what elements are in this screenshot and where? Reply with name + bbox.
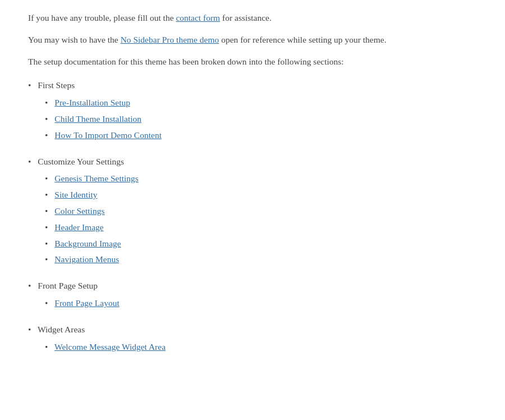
navigation-menus-link[interactable]: Navigation Menus [54,254,119,264]
list-item: Navigation Menus [45,253,483,267]
header-image-link[interactable]: Header Image [54,222,103,232]
demo-text-before: You may wish to have the [28,35,121,44]
color-settings-link[interactable]: Color Settings [54,206,104,216]
content-area: If you have any trouble, please fill out… [28,11,483,354]
demo-paragraph: You may wish to have the No Sidebar Pro … [28,33,483,47]
section-customize-settings-title: Customize Your Settings [38,157,124,166]
list-item: Site Identity [45,188,483,202]
first-steps-items: Pre-Installation Setup Child Theme Insta… [28,96,483,142]
widget-areas-items: Welcome Message Widget Area [28,340,483,354]
customize-settings-items: Genesis Theme Settings Site Identity Col… [28,172,483,267]
list-item: Genesis Theme Settings [45,172,483,186]
demo-text-after: open for reference while setting up your… [221,35,386,44]
welcome-message-widget-area-link[interactable]: Welcome Message Widget Area [54,342,166,351]
intro-text-after: for assistance. [222,13,272,22]
front-page-layout-link[interactable]: Front Page Layout [54,298,119,308]
section-front-page-setup: Front Page Setup Front Page Layout [28,279,483,311]
pre-installation-setup-link[interactable]: Pre-Installation Setup [54,98,130,107]
list-item: Header Image [45,221,483,235]
list-item: How To Import Demo Content [45,129,483,143]
list-item: Color Settings [45,204,483,218]
intro-text-before: If you have any trouble, please fill out… [28,13,176,22]
section-customize-settings: Customize Your Settings Genesis Theme Se… [28,155,483,267]
list-item: Welcome Message Widget Area [45,340,483,354]
intro-paragraph: If you have any trouble, please fill out… [28,11,483,25]
how-to-import-demo-content-link[interactable]: How To Import Demo Content [54,130,162,140]
sections-intro-paragraph: The setup documentation for this theme h… [28,55,483,69]
front-page-setup-items: Front Page Layout [28,296,483,311]
list-item: Background Image [45,237,483,251]
site-identity-link[interactable]: Site Identity [54,190,97,199]
section-front-page-setup-title: Front Page Setup [38,281,98,290]
section-first-steps-title: First Steps [38,80,75,90]
list-item: Child Theme Installation [45,112,483,126]
sections-intro-text: The setup documentation for this theme h… [28,57,344,66]
genesis-theme-settings-link[interactable]: Genesis Theme Settings [54,174,139,183]
list-item: Front Page Layout [45,296,483,311]
background-image-link[interactable]: Background Image [54,239,121,248]
list-item: Pre-Installation Setup [45,96,483,110]
no-sidebar-pro-link[interactable]: No Sidebar Pro theme demo [121,35,219,44]
section-first-steps: First Steps Pre-Installation Setup Child… [28,79,483,142]
child-theme-installation-link[interactable]: Child Theme Installation [54,114,141,124]
sections-list: First Steps Pre-Installation Setup Child… [28,79,483,354]
section-widget-areas-title: Widget Areas [38,325,85,334]
section-widget-areas: Widget Areas Welcome Message Widget Area [28,323,483,354]
contact-form-link[interactable]: contact form [176,13,220,22]
